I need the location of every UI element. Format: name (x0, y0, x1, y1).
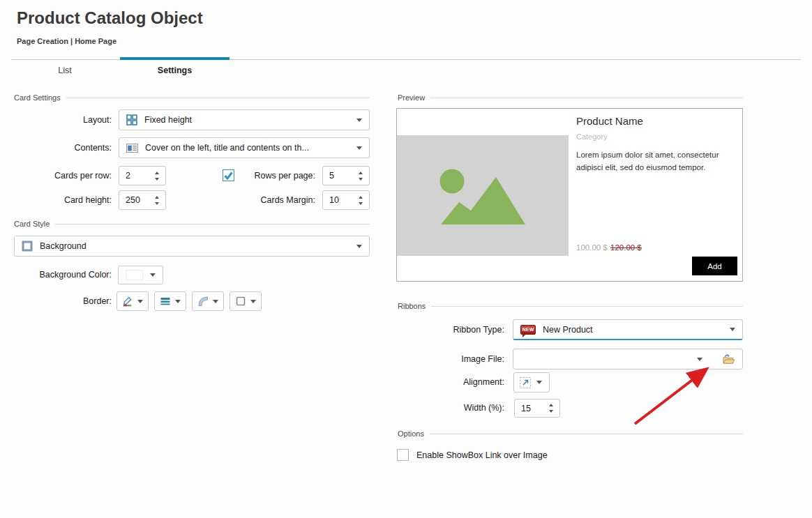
cards-per-row-spinner[interactable]: 2 (119, 166, 166, 185)
chevron-down-icon (250, 300, 256, 303)
section-header-options: Options (398, 429, 743, 438)
preview-category: Category (576, 132, 608, 141)
ribbon-type-label: Ribbon Type: (398, 319, 504, 340)
section-label-card-style: Card Style (14, 220, 50, 228)
card-style-value: Background (40, 241, 349, 251)
preview-card: Product Name Category Lorem ipsum dolor … (396, 108, 743, 282)
border-color-button[interactable] (116, 291, 149, 311)
shadow-square-icon (235, 296, 246, 307)
image-placeholder-graphic (397, 135, 569, 256)
section-label-options: Options (398, 429, 424, 438)
chevron-down-icon (213, 300, 218, 303)
cards-per-row-label: Cards per row: (14, 166, 112, 185)
tab-settings[interactable]: Settings (120, 66, 230, 75)
image-file-combobox[interactable] (513, 349, 743, 370)
border-shadow-button[interactable] (230, 291, 262, 311)
product-image-placeholder (397, 135, 569, 256)
tab-list[interactable]: List (21, 66, 109, 75)
section-header-preview: Preview (398, 93, 743, 102)
spin-up-icon[interactable] (549, 404, 553, 406)
spin-up-icon[interactable] (155, 172, 159, 174)
spin-down-icon[interactable] (359, 178, 363, 181)
preview-product-name: Product Name (576, 115, 643, 127)
preview-price: 100.00 $ (576, 243, 608, 252)
pen-color-icon (122, 296, 133, 307)
width-percent-label: Width (%): (398, 399, 504, 418)
background-style-icon (22, 241, 33, 252)
card-height-spinner[interactable]: 250 (119, 190, 166, 210)
chevron-down-icon (356, 146, 362, 150)
layout-label: Layout: (14, 109, 112, 130)
card-height-value: 250 (126, 195, 140, 205)
width-percent-value: 15 (521, 404, 531, 413)
line-thickness-icon (160, 296, 171, 307)
chevron-down-icon (150, 273, 156, 277)
chevron-down-icon (730, 328, 735, 331)
border-corner-radius-button[interactable] (192, 291, 224, 311)
cards-margin-spinner[interactable]: 10 (322, 190, 370, 210)
spinner-arrows[interactable] (549, 404, 553, 413)
section-header-ribbons: Ribbons (398, 302, 743, 310)
rows-per-page-spinner[interactable]: 5 (322, 166, 370, 185)
spin-down-icon[interactable] (549, 410, 553, 413)
preview-description-line2: adipisci elit, sed do eiusmod tempor. (576, 163, 705, 172)
rows-per-page-checkbox[interactable] (223, 169, 234, 181)
cards-margin-label: Cards Margin: (241, 190, 315, 210)
contents-dropdown[interactable]: Cover on the left, title and contents on… (119, 137, 370, 158)
border-thickness-button[interactable] (154, 291, 186, 311)
alignment-label: Alignment: (398, 372, 504, 393)
breadcrumb: Page Creation | Home Page (17, 37, 116, 45)
product-catalog-window: Product Catalog Object Page Creation | H… (0, 0, 812, 518)
background-color-label: Background Color: (14, 266, 112, 284)
card-height-label: Card height: (14, 190, 112, 210)
rows-per-page-label: Rows per page: (241, 166, 315, 185)
section-header-card-style: Card Style (14, 220, 370, 228)
preview-add-button: Add (692, 257, 737, 275)
showbox-link-label: Enable ShowBox Link over Image (416, 450, 548, 462)
rounded-corner-icon (197, 296, 209, 307)
align-top-right-icon (519, 376, 532, 389)
layout-grid-icon (126, 114, 137, 125)
chevron-down-icon[interactable] (697, 358, 702, 361)
cards-margin-value: 10 (329, 195, 339, 205)
spinner-arrows[interactable] (359, 172, 363, 181)
width-percent-spinner[interactable]: 15 (514, 399, 560, 418)
section-header-card-settings: Card Settings (14, 93, 370, 102)
section-label-preview: Preview (398, 93, 425, 102)
section-label-card-settings: Card Settings (14, 93, 61, 102)
cards-per-row-value: 2 (126, 171, 130, 181)
background-color-picker[interactable] (118, 266, 163, 284)
spin-down-icon[interactable] (155, 202, 159, 205)
spin-down-icon[interactable] (359, 202, 363, 205)
image-file-label: Image File: (398, 349, 504, 370)
rows-per-page-value: 5 (329, 171, 334, 181)
preview-description-line1: Lorem ipsum dolor sit amet, consectetur (576, 151, 719, 159)
checkmark-icon (224, 172, 233, 180)
alignment-dropdown[interactable] (513, 372, 550, 393)
ribbon-type-value: New Product (543, 325, 723, 335)
spin-down-icon[interactable] (155, 178, 159, 181)
chevron-down-icon (536, 381, 542, 384)
spin-up-icon[interactable] (359, 172, 363, 174)
preview-old-price: 120.00 $ (610, 243, 642, 252)
spinner-arrows[interactable] (359, 196, 363, 205)
color-swatch (126, 270, 143, 280)
page-title: Product Catalog Object (17, 8, 203, 28)
spinner-arrows[interactable] (155, 196, 159, 205)
contents-label: Contents: (14, 137, 112, 158)
open-folder-icon[interactable] (722, 353, 735, 365)
new-ribbon-icon-text: NEW (522, 327, 534, 332)
layout-dropdown[interactable]: Fixed height (119, 109, 370, 130)
ribbon-type-dropdown[interactable]: NEW New Product (513, 319, 743, 340)
showbox-link-checkbox[interactable] (397, 449, 409, 461)
chevron-down-icon (356, 245, 362, 248)
contents-value: Cover on the left, title and contents on… (145, 143, 349, 153)
spin-up-icon[interactable] (359, 196, 363, 199)
new-ribbon-icon: NEW (520, 325, 536, 335)
spinner-arrows[interactable] (155, 172, 159, 181)
card-style-dropdown[interactable]: Background (14, 236, 370, 257)
spin-up-icon[interactable] (155, 196, 159, 199)
layout-value: Fixed height (144, 115, 349, 125)
chevron-down-icon (137, 300, 143, 303)
chevron-down-icon (356, 119, 362, 122)
